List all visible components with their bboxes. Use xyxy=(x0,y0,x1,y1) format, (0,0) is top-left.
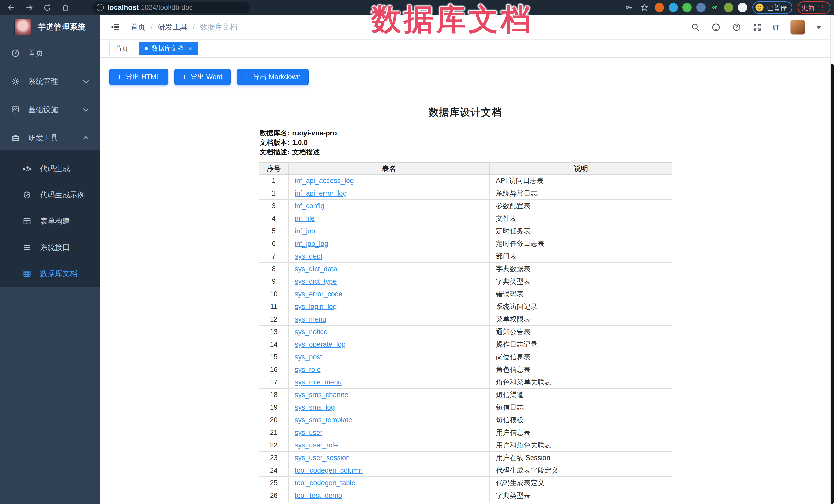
table-name-link[interactable]: sys_user xyxy=(295,429,323,436)
table-description: 参数配置表 xyxy=(490,200,673,212)
extension-icon[interactable] xyxy=(655,3,664,12)
sidebar-submenu-item[interactable]: 表单构建 xyxy=(0,208,100,234)
scrollbar-thumb[interactable] xyxy=(831,64,834,504)
profile-paused-chip[interactable]: 已暂停 xyxy=(752,1,792,14)
table-name-link[interactable]: sys_sms_log xyxy=(295,403,335,411)
bookmark-star-icon[interactable] xyxy=(639,2,650,13)
row-index: 6 xyxy=(259,238,288,250)
table-name-link[interactable]: sys_user_session xyxy=(295,454,350,462)
user-avatar[interactable] xyxy=(790,20,805,35)
page-info-icon[interactable]: i xyxy=(96,4,104,11)
table-name-link[interactable]: sys_dict_type xyxy=(295,278,337,285)
row-index: 17 xyxy=(259,376,288,389)
annotation-overlay-title: 数据库文档 xyxy=(355,0,550,39)
table-name-link[interactable]: sys_sms_channel xyxy=(295,391,350,399)
app-logo-row[interactable]: 芋道管理系统 xyxy=(0,15,100,39)
sidebar-submenu-item[interactable]: 系统接口 xyxy=(0,234,100,261)
sidebar-menu-item[interactable]: 基础设施 xyxy=(0,95,100,124)
table-row: 14 sys_operate_log 操作日志记录 xyxy=(259,338,673,351)
extension-badge xyxy=(696,3,705,12)
breadcrumb-item[interactable]: 首页 xyxy=(131,22,146,32)
sidebar-submenu-item[interactable]: 数据库文档 xyxy=(0,261,100,287)
table-name-link[interactable]: sys_operate_log xyxy=(295,341,346,348)
row-index: 12 xyxy=(259,313,288,326)
table-name-link[interactable]: sys_dept xyxy=(295,253,323,260)
browser-update-button[interactable]: 更新 xyxy=(802,3,815,12)
search-icon[interactable] xyxy=(690,22,700,32)
extension-badge xyxy=(724,3,733,12)
table-row: 12 sys_menu 菜单权限表 xyxy=(259,313,673,326)
table-name-link[interactable]: sys_error_code xyxy=(295,290,343,298)
breadcrumb-item[interactable]: /数据库文档 xyxy=(188,22,237,32)
plus-icon: + xyxy=(245,72,249,81)
table-description: 用户和角色关联表 xyxy=(490,439,673,452)
sidebar-menu-item[interactable]: 研发工具 xyxy=(0,124,100,152)
row-index: 7 xyxy=(259,250,288,263)
row-index: 20 xyxy=(259,414,288,426)
breadcrumb-item[interactable]: /研发工具 xyxy=(146,22,188,32)
table-name-link[interactable]: sys_notice xyxy=(295,328,328,336)
browser-home-icon[interactable] xyxy=(60,3,70,13)
table-name-link[interactable]: inf_api_access_log xyxy=(295,177,354,184)
extension-toolbar: ✓on xyxy=(655,3,747,12)
table-description: 短信模板 xyxy=(490,414,673,426)
tag-item[interactable]: 首页 xyxy=(109,42,134,55)
table-name-link[interactable]: sys_role_menu xyxy=(295,378,342,386)
sidebar-collapse-icon[interactable] xyxy=(110,22,121,32)
extension-icon[interactable] xyxy=(668,3,678,12)
table-name-link[interactable]: sys_dict_data xyxy=(295,265,337,273)
extension-icon[interactable] xyxy=(738,3,747,12)
table-name-link[interactable]: sys_sms_template xyxy=(295,416,352,424)
table-row: 11 sys_login_log 系统访问记录 xyxy=(259,301,673,313)
font-size-icon[interactable]: tT xyxy=(773,23,780,31)
page-scrollbar[interactable] xyxy=(830,15,834,504)
extension-icon[interactable] xyxy=(696,3,705,12)
browser-back-icon[interactable] xyxy=(6,3,17,13)
extension-icon[interactable]: on xyxy=(710,3,719,12)
meta-line: 文档版本:1.0.0 xyxy=(260,138,337,148)
github-icon[interactable] xyxy=(711,22,721,32)
row-index: 23 xyxy=(259,452,288,464)
table-name-link[interactable]: tool_codegen_table xyxy=(295,479,355,487)
export-button[interactable]: +导出 Word xyxy=(174,69,231,85)
table-name-link[interactable]: inf_file xyxy=(295,215,315,222)
table-name-link[interactable]: tool_codegen_column xyxy=(295,466,363,474)
meta-line: 文档描述:文档描述 xyxy=(260,148,337,157)
extension-icon[interactable] xyxy=(724,3,733,12)
browser-menu-icon[interactable]: ⋮ xyxy=(819,3,827,12)
tag-item[interactable]: 数据库文档× xyxy=(139,42,198,55)
browser-address-bar[interactable]: i localhost:1024/tool/db-doc xyxy=(92,2,250,13)
user-menu-caret-icon[interactable] xyxy=(816,26,822,29)
browser-forward-icon[interactable] xyxy=(24,3,35,13)
extension-icon[interactable]: ✓ xyxy=(682,3,692,12)
table-name-link[interactable]: tool_test_demo xyxy=(295,492,342,499)
table-name-link[interactable]: sys_login_log xyxy=(295,303,337,310)
export-button[interactable]: +导出 Markdown xyxy=(237,69,309,85)
chevron-icon xyxy=(83,136,89,140)
table-description: 字典数据表 xyxy=(490,263,673,275)
tag-close-icon[interactable]: × xyxy=(188,45,192,52)
help-icon[interactable] xyxy=(732,22,742,32)
table-row: 19 sys_sms_log 短信日志 xyxy=(259,401,673,414)
sidebar-submenu-item[interactable]: </> 代码生成 xyxy=(0,156,100,182)
row-index: 2 xyxy=(259,187,288,200)
table-name-link[interactable]: inf_job xyxy=(295,227,315,235)
table-row: 23 sys_user_session 用户在线 Session xyxy=(259,452,673,464)
table-name-link[interactable]: sys_menu xyxy=(295,315,326,323)
table-name-link[interactable]: sys_user_role xyxy=(295,441,338,449)
sidebar-menu-item[interactable]: 系统管理 xyxy=(0,67,100,95)
breadcrumb: 首页/研发工具/数据库文档 xyxy=(131,15,237,40)
password-key-icon[interactable] xyxy=(624,2,634,13)
table-name-link[interactable]: sys_role xyxy=(295,366,321,373)
table-name-link[interactable]: inf_job_log xyxy=(295,240,328,247)
table-name-link[interactable]: inf_api_error_log xyxy=(295,190,347,197)
browser-reload-icon[interactable] xyxy=(42,3,52,13)
table-row: 17 sys_role_menu 角色和菜单关联表 xyxy=(259,376,673,389)
sidebar-submenu-item[interactable]: 代码生成示例 xyxy=(0,182,100,208)
table-name-link[interactable]: inf_config xyxy=(295,202,325,210)
sidebar-menu-item[interactable]: 首页 xyxy=(0,39,100,67)
fullscreen-icon[interactable] xyxy=(752,22,762,32)
export-toolbar: +导出 HTML+导出 Word+导出 Markdown xyxy=(109,69,309,85)
table-name-link[interactable]: sys_post xyxy=(295,353,322,361)
export-button[interactable]: +导出 HTML xyxy=(109,69,168,85)
